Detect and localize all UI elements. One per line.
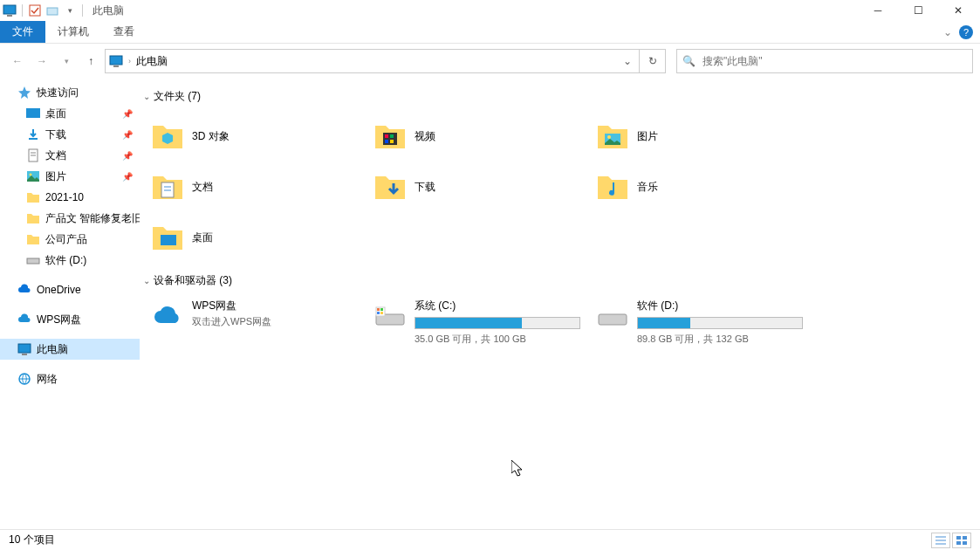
sidebar-drive-d[interactable]: 软件 (D:) (0, 250, 140, 271)
navbar: ← → ▾ ↑ › 此电脑 ⌄ ↻ 🔍 (0, 44, 980, 79)
svg-rect-1 (7, 15, 12, 17)
sidebar-documents[interactable]: 文档📌 (0, 145, 140, 166)
folder-desktop[interactable]: 桌面 (143, 212, 366, 263)
svg-rect-32 (377, 312, 380, 314)
folder-icon (26, 232, 40, 246)
svg-rect-5 (113, 65, 119, 67)
svg-rect-31 (380, 308, 383, 311)
qat-checkbox-icon[interactable] (27, 3, 43, 18)
sidebar-thispc[interactable]: 此电脑 (0, 339, 140, 360)
pin-icon: 📌 (122, 172, 133, 182)
help-icon[interactable]: ? (959, 25, 973, 39)
folder-icon (150, 220, 185, 255)
tab-file[interactable]: 文件 (0, 21, 45, 43)
folder-icon (150, 169, 185, 204)
refresh-button[interactable]: ↻ (640, 49, 666, 73)
pc-icon (17, 342, 31, 356)
picture-icon (26, 169, 40, 183)
qat-dropdown-icon[interactable]: ▾ (62, 3, 78, 18)
qat-folder-icon[interactable] (45, 3, 60, 18)
folder-icon (373, 169, 408, 204)
svg-rect-19 (390, 134, 394, 138)
sidebar-folder-3[interactable]: 公司产品 (0, 229, 140, 250)
folder-videos[interactable]: 视频 (366, 111, 588, 162)
status-text: 10 个项目 (9, 533, 55, 547)
svg-rect-2 (30, 5, 40, 16)
group-folders-header[interactable]: ⌄文件夹 (7) (143, 89, 977, 104)
sidebar-onedrive[interactable]: OneDrive (0, 279, 140, 300)
tab-computer[interactable]: 计算机 (45, 21, 101, 43)
pc-icon (2, 3, 17, 18)
sidebar-downloads[interactable]: 下载📌 (0, 124, 140, 145)
pin-icon: 📌 (122, 130, 133, 140)
svg-rect-38 (956, 536, 961, 540)
sidebar-network[interactable]: 网络 (0, 368, 140, 389)
svg-rect-30 (377, 308, 380, 311)
cloud-icon (150, 299, 185, 333)
sidebar-folder-2[interactable]: 产品文 智能修复老旧 (0, 208, 140, 229)
titlebar: ▾ 此电脑 ─ ☐ ✕ (0, 0, 980, 21)
sidebar-quickaccess[interactable]: 快速访问 (0, 82, 140, 103)
address-dropdown-icon[interactable]: ⌄ (620, 55, 635, 67)
svg-rect-33 (380, 312, 383, 314)
svg-rect-12 (27, 258, 39, 264)
pc-icon (109, 54, 123, 68)
star-icon (17, 86, 31, 100)
recent-dropdown[interactable]: ▾ (56, 51, 77, 72)
folder-3d-objects[interactable]: 3D 对象 (143, 111, 366, 162)
drive-d-bar (637, 317, 803, 329)
window-title: 此电脑 (93, 3, 124, 18)
search-icon: 🔍 (682, 55, 696, 67)
ribbon-expand-icon[interactable]: ⌄ (943, 26, 952, 38)
svg-rect-4 (110, 56, 122, 65)
svg-rect-39 (963, 536, 967, 540)
folder-documents[interactable]: 文档 (143, 162, 366, 212)
desktop-icon (26, 107, 40, 120)
svg-point-23 (607, 135, 611, 139)
download-icon (26, 127, 40, 141)
sidebar-folder-1[interactable]: 2021-10 (0, 187, 140, 208)
folder-icon (26, 190, 40, 204)
folder-music[interactable]: 音乐 (588, 162, 811, 212)
sidebar: 快速访问 桌面📌 下载📌 文档📌 图片📌 2021-10 产品文 智能修复老旧 … (0, 79, 140, 533)
pin-icon: 📌 (122, 109, 133, 119)
svg-rect-18 (385, 134, 388, 138)
svg-rect-6 (26, 108, 40, 118)
document-icon (26, 148, 40, 162)
drive-wps[interactable]: WPS网盘双击进入WPS网盘 (143, 295, 366, 349)
svg-rect-34 (599, 314, 627, 325)
search-input[interactable] (702, 55, 967, 67)
drive-icon (373, 299, 408, 333)
view-details-button[interactable] (931, 533, 950, 548)
svg-rect-20 (385, 140, 388, 143)
svg-rect-27 (161, 235, 176, 245)
cursor-icon (511, 460, 525, 478)
folder-icon (373, 119, 408, 154)
forward-button[interactable]: → (31, 51, 52, 72)
svg-rect-41 (963, 541, 967, 545)
tab-view[interactable]: 查看 (101, 21, 147, 43)
drive-c[interactable]: 系统 (C:) 35.0 GB 可用，共 100 GB (366, 295, 588, 349)
up-button[interactable]: ↑ (80, 51, 101, 72)
chevron-down-icon: ⌄ (143, 92, 150, 101)
pin-icon: 📌 (122, 151, 133, 161)
sidebar-pictures[interactable]: 图片📌 (0, 166, 140, 187)
search-box[interactable]: 🔍 (676, 49, 973, 73)
address-bar[interactable]: › 此电脑 ⌄ (105, 49, 640, 73)
group-drives-header[interactable]: ⌄设备和驱动器 (3) (143, 273, 977, 288)
svg-rect-0 (3, 5, 16, 14)
close-button[interactable]: ✕ (938, 0, 978, 21)
folder-pictures[interactable]: 图片 (588, 111, 811, 162)
maximize-button[interactable]: ☐ (898, 0, 938, 21)
drive-d[interactable]: 软件 (D:) 89.8 GB 可用，共 132 GB (588, 295, 811, 349)
folder-icon (595, 119, 630, 154)
folder-downloads[interactable]: 下载 (366, 162, 588, 212)
sidebar-desktop[interactable]: 桌面📌 (0, 103, 140, 124)
folder-icon (26, 211, 40, 225)
drive-icon (595, 299, 630, 333)
minimize-button[interactable]: ─ (858, 0, 898, 21)
view-icons-button[interactable] (952, 533, 971, 548)
sidebar-wps[interactable]: WPS网盘 (0, 309, 140, 330)
back-button[interactable]: ← (7, 51, 28, 72)
ribbon: 文件 计算机 查看 ⌄ ? (0, 21, 980, 44)
